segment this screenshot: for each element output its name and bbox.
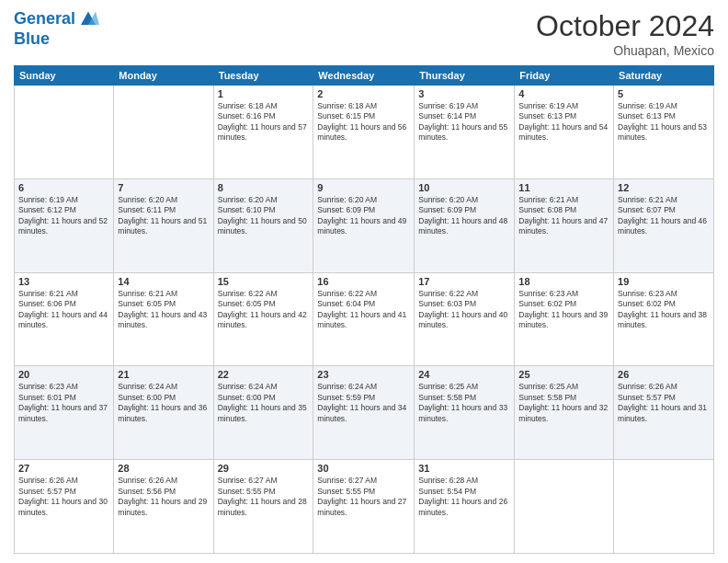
logo-icon [77, 10, 99, 29]
day-number: 9 [317, 182, 410, 193]
calendar-week-row: 20Sunrise: 6:23 AM Sunset: 6:01 PM Dayli… [15, 366, 714, 460]
calendar-cell: 5Sunrise: 6:19 AM Sunset: 6:13 PM Daylig… [614, 86, 714, 179]
calendar-cell: 16Sunrise: 6:22 AM Sunset: 6:04 PM Dayli… [313, 272, 415, 366]
day-number: 5 [618, 88, 710, 99]
calendar-cell: 31Sunrise: 6:28 AM Sunset: 5:54 PM Dayli… [415, 460, 515, 554]
calendar-cell: 21Sunrise: 6:24 AM Sunset: 6:00 PM Dayli… [114, 366, 213, 460]
day-info: Sunrise: 6:18 AM Sunset: 6:16 PM Dayligh… [218, 101, 310, 144]
weekday-header: Tuesday [213, 66, 313, 86]
day-info: Sunrise: 6:26 AM Sunset: 5:57 PM Dayligh… [18, 476, 109, 518]
day-info: Sunrise: 6:19 AM Sunset: 6:12 PM Dayligh… [18, 195, 109, 237]
month-title: October 2024 [536, 9, 714, 43]
day-info: Sunrise: 6:28 AM Sunset: 5:54 PM Dayligh… [418, 476, 510, 518]
calendar-cell [515, 460, 614, 554]
day-info: Sunrise: 6:21 AM Sunset: 6:08 PM Dayligh… [518, 195, 609, 237]
weekday-header: Thursday [415, 66, 515, 86]
calendar-cell: 30Sunrise: 6:27 AM Sunset: 5:55 PM Dayli… [313, 460, 415, 554]
day-info: Sunrise: 6:23 AM Sunset: 6:01 PM Dayligh… [18, 382, 109, 424]
day-info: Sunrise: 6:20 AM Sunset: 6:11 PM Dayligh… [118, 195, 209, 237]
day-info: Sunrise: 6:21 AM Sunset: 6:06 PM Dayligh… [18, 289, 109, 331]
day-number: 15 [218, 276, 310, 287]
day-number: 30 [317, 463, 410, 474]
calendar-cell: 22Sunrise: 6:24 AM Sunset: 6:00 PM Dayli… [213, 366, 313, 460]
calendar-cell: 25Sunrise: 6:25 AM Sunset: 5:58 PM Dayli… [515, 366, 614, 460]
page: General Blue October 2024 Ohuapan, Mexic… [0, 0, 728, 563]
day-info: Sunrise: 6:22 AM Sunset: 6:05 PM Dayligh… [218, 289, 310, 331]
day-info: Sunrise: 6:18 AM Sunset: 6:15 PM Dayligh… [317, 101, 410, 144]
calendar-table: SundayMondayTuesdayWednesdayThursdayFrid… [14, 65, 714, 554]
calendar-cell: 4Sunrise: 6:19 AM Sunset: 6:13 PM Daylig… [515, 86, 614, 179]
calendar-cell: 29Sunrise: 6:27 AM Sunset: 5:55 PM Dayli… [213, 460, 313, 554]
calendar-cell: 24Sunrise: 6:25 AM Sunset: 5:58 PM Dayli… [415, 366, 515, 460]
day-info: Sunrise: 6:23 AM Sunset: 6:02 PM Dayligh… [518, 289, 609, 331]
calendar-cell: 12Sunrise: 6:21 AM Sunset: 6:07 PM Dayli… [614, 178, 714, 272]
day-info: Sunrise: 6:24 AM Sunset: 5:59 PM Dayligh… [317, 382, 410, 424]
day-number: 11 [518, 182, 609, 193]
calendar-cell [614, 460, 714, 554]
day-number: 16 [317, 276, 410, 287]
calendar-cell: 26Sunrise: 6:26 AM Sunset: 5:57 PM Dayli… [614, 366, 714, 460]
header: General Blue October 2024 Ohuapan, Mexic… [14, 9, 714, 58]
day-number: 1 [218, 88, 310, 99]
day-number: 14 [118, 276, 209, 287]
day-info: Sunrise: 6:19 AM Sunset: 6:14 PM Dayligh… [418, 101, 510, 144]
day-info: Sunrise: 6:20 AM Sunset: 6:09 PM Dayligh… [317, 195, 410, 237]
calendar-week-row: 13Sunrise: 6:21 AM Sunset: 6:06 PM Dayli… [15, 272, 714, 366]
calendar-cell: 23Sunrise: 6:24 AM Sunset: 5:59 PM Dayli… [313, 366, 415, 460]
day-info: Sunrise: 6:21 AM Sunset: 6:05 PM Dayligh… [118, 289, 209, 331]
day-info: Sunrise: 6:20 AM Sunset: 6:09 PM Dayligh… [418, 195, 510, 237]
day-number: 28 [118, 463, 209, 474]
calendar-cell: 14Sunrise: 6:21 AM Sunset: 6:05 PM Dayli… [114, 272, 213, 366]
title-section: October 2024 Ohuapan, Mexico [536, 9, 714, 58]
day-number: 3 [418, 88, 510, 99]
day-number: 19 [618, 276, 710, 287]
day-info: Sunrise: 6:27 AM Sunset: 5:55 PM Dayligh… [317, 476, 410, 518]
calendar-week-row: 1Sunrise: 6:18 AM Sunset: 6:16 PM Daylig… [15, 86, 714, 179]
calendar-cell: 28Sunrise: 6:26 AM Sunset: 5:56 PM Dayli… [114, 460, 213, 554]
calendar-cell [114, 86, 213, 179]
day-number: 7 [118, 182, 209, 193]
calendar-week-row: 6Sunrise: 6:19 AM Sunset: 6:12 PM Daylig… [15, 178, 714, 272]
day-number: 8 [218, 182, 310, 193]
day-info: Sunrise: 6:22 AM Sunset: 6:04 PM Dayligh… [317, 289, 410, 331]
day-info: Sunrise: 6:25 AM Sunset: 5:58 PM Dayligh… [418, 382, 510, 424]
day-info: Sunrise: 6:25 AM Sunset: 5:58 PM Dayligh… [518, 382, 609, 424]
calendar-header-row: SundayMondayTuesdayWednesdayThursdayFrid… [15, 66, 714, 86]
day-number: 20 [18, 369, 109, 380]
day-number: 6 [18, 182, 109, 193]
day-info: Sunrise: 6:19 AM Sunset: 6:13 PM Dayligh… [618, 101, 710, 144]
calendar-cell: 2Sunrise: 6:18 AM Sunset: 6:15 PM Daylig… [313, 86, 415, 179]
day-number: 24 [418, 369, 510, 380]
day-number: 22 [218, 369, 310, 380]
day-number: 4 [518, 88, 609, 99]
calendar-cell: 20Sunrise: 6:23 AM Sunset: 6:01 PM Dayli… [15, 366, 114, 460]
day-info: Sunrise: 6:21 AM Sunset: 6:07 PM Dayligh… [618, 195, 710, 237]
weekday-header: Monday [114, 66, 213, 86]
location: Ohuapan, Mexico [536, 43, 714, 58]
weekday-header: Friday [515, 66, 614, 86]
day-info: Sunrise: 6:20 AM Sunset: 6:10 PM Dayligh… [218, 195, 310, 237]
calendar-cell: 10Sunrise: 6:20 AM Sunset: 6:09 PM Dayli… [415, 178, 515, 272]
calendar-week-row: 27Sunrise: 6:26 AM Sunset: 5:57 PM Dayli… [15, 460, 714, 554]
day-info: Sunrise: 6:22 AM Sunset: 6:03 PM Dayligh… [418, 289, 510, 331]
calendar-cell [15, 86, 114, 179]
logo-line2: Blue [14, 29, 99, 50]
day-number: 13 [18, 276, 109, 287]
logo-text: General [14, 9, 75, 29]
day-number: 27 [18, 463, 109, 474]
calendar-cell: 3Sunrise: 6:19 AM Sunset: 6:14 PM Daylig… [415, 86, 515, 179]
day-number: 12 [618, 182, 710, 193]
calendar-cell: 7Sunrise: 6:20 AM Sunset: 6:11 PM Daylig… [114, 178, 213, 272]
day-number: 31 [418, 463, 510, 474]
calendar-cell: 27Sunrise: 6:26 AM Sunset: 5:57 PM Dayli… [15, 460, 114, 554]
day-info: Sunrise: 6:27 AM Sunset: 5:55 PM Dayligh… [218, 476, 310, 518]
day-info: Sunrise: 6:26 AM Sunset: 5:57 PM Dayligh… [618, 382, 710, 424]
day-number: 10 [418, 182, 510, 193]
day-info: Sunrise: 6:24 AM Sunset: 6:00 PM Dayligh… [218, 382, 310, 424]
calendar-cell: 13Sunrise: 6:21 AM Sunset: 6:06 PM Dayli… [15, 272, 114, 366]
day-number: 18 [518, 276, 609, 287]
weekday-header: Wednesday [313, 66, 415, 86]
day-number: 17 [418, 276, 510, 287]
day-number: 21 [118, 369, 209, 380]
day-number: 29 [218, 463, 310, 474]
